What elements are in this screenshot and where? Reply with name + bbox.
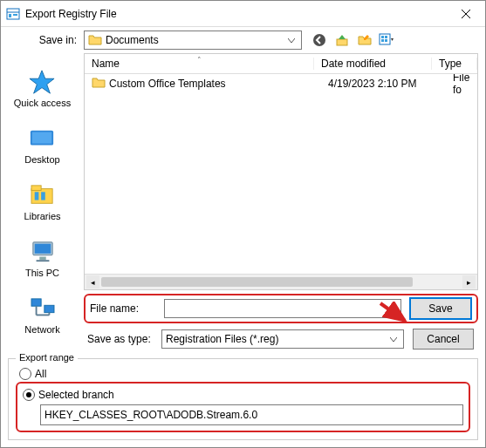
svg-rect-12 bbox=[385, 39, 387, 42]
save-as-type-dropdown[interactable]: Registration Files (*.reg) bbox=[161, 329, 404, 349]
svg-point-6 bbox=[313, 34, 325, 46]
svg-rect-21 bbox=[34, 244, 51, 254]
save-as-type-label: Save as type: bbox=[84, 333, 161, 345]
svg-rect-22 bbox=[39, 257, 45, 261]
libraries-icon bbox=[28, 182, 58, 208]
item-date: 4/19/2023 2:10 PM bbox=[321, 78, 446, 90]
chevron-down-icon bbox=[387, 337, 400, 342]
filename-label: File name: bbox=[86, 302, 164, 315]
svg-rect-3 bbox=[13, 14, 17, 16]
svg-rect-2 bbox=[9, 14, 11, 17]
place-desktop[interactable]: Desktop bbox=[21, 119, 63, 175]
horizontal-scrollbar[interactable]: ◂ ▸ bbox=[85, 274, 477, 289]
place-label: Libraries bbox=[24, 211, 60, 221]
sort-asc-icon: ˄ bbox=[197, 56, 202, 64]
svg-rect-11 bbox=[381, 39, 384, 42]
network-icon bbox=[28, 295, 58, 322]
save-in-label: Save in: bbox=[1, 34, 84, 46]
svg-rect-15 bbox=[32, 132, 52, 144]
place-label: Quick access bbox=[14, 98, 71, 108]
export-range-group: Export range All Selected branch HKEY_CL… bbox=[8, 358, 478, 440]
svg-rect-18 bbox=[34, 192, 38, 200]
export-range-legend: Export range bbox=[16, 352, 78, 363]
save-as-type-value: Registration Files (*.reg) bbox=[166, 333, 387, 345]
svg-rect-7 bbox=[337, 39, 347, 45]
filename-input[interactable] bbox=[164, 299, 401, 318]
col-label: Name bbox=[92, 58, 120, 70]
scrollbar-thumb[interactable] bbox=[101, 277, 413, 287]
desktop-icon bbox=[27, 126, 57, 152]
scroll-left-icon[interactable]: ◂ bbox=[86, 275, 99, 288]
filename-row: File name: Save bbox=[84, 294, 478, 323]
view-menu-icon[interactable] bbox=[379, 31, 396, 49]
back-icon[interactable] bbox=[311, 31, 328, 49]
item-type: File fo bbox=[446, 74, 477, 96]
radio-selected-label: Selected branch bbox=[38, 389, 114, 401]
place-quick-access[interactable]: Quick access bbox=[10, 62, 74, 119]
place-network[interactable]: Network bbox=[21, 288, 63, 345]
radio-selected-branch[interactable]: Selected branch bbox=[23, 389, 463, 401]
folder-icon bbox=[92, 76, 106, 92]
chevron-down-icon bbox=[385, 307, 397, 311]
close-button[interactable] bbox=[446, 1, 485, 27]
file-list[interactable]: Name ˄ Date modified Type Custom Office … bbox=[84, 53, 478, 290]
svg-rect-10 bbox=[385, 36, 387, 38]
titlebar: Export Registry File bbox=[1, 1, 485, 27]
column-name[interactable]: Name ˄ bbox=[85, 58, 314, 70]
dialog-window: Export Registry File Save in: Documents bbox=[0, 0, 486, 448]
chevron-down-icon bbox=[285, 38, 298, 43]
registry-icon bbox=[6, 7, 20, 21]
up-icon[interactable] bbox=[333, 31, 351, 49]
save-in-value: Documents bbox=[106, 34, 285, 46]
svg-rect-17 bbox=[31, 186, 41, 191]
svg-rect-24 bbox=[31, 299, 41, 306]
places-bar: Quick access Desktop Libraries This PC bbox=[1, 53, 84, 351]
radio-all-label: All bbox=[35, 368, 46, 380]
branch-input[interactable]: HKEY_CLASSES_ROOT\ADODB.Stream.6.0 bbox=[40, 404, 463, 425]
place-label: Desktop bbox=[24, 154, 59, 165]
toolbar: Save in: Documents bbox=[1, 27, 485, 53]
svg-rect-9 bbox=[381, 36, 384, 38]
scroll-right-icon[interactable]: ▸ bbox=[462, 275, 476, 288]
new-folder-icon[interactable] bbox=[356, 31, 373, 49]
folder-icon bbox=[88, 33, 102, 47]
quick-access-icon bbox=[27, 69, 57, 95]
radio-all[interactable]: All bbox=[19, 368, 470, 380]
column-date[interactable]: Date modified bbox=[314, 58, 432, 70]
place-label: Network bbox=[24, 324, 59, 335]
radio-icon bbox=[23, 389, 35, 401]
list-item[interactable]: Custom Office Templates 4/19/2023 2:10 P… bbox=[85, 74, 477, 93]
place-libraries[interactable]: Libraries bbox=[20, 175, 64, 232]
this-pc-icon bbox=[28, 239, 58, 265]
column-type[interactable]: Type bbox=[432, 58, 477, 70]
radio-icon bbox=[19, 368, 31, 380]
item-name: Custom Office Templates bbox=[109, 78, 226, 90]
place-this-pc[interactable]: This PC bbox=[22, 232, 63, 288]
save-as-type-row: Save as type: Registration Files (*.reg)… bbox=[84, 327, 478, 351]
svg-rect-19 bbox=[41, 192, 45, 200]
save-button[interactable]: Save bbox=[410, 298, 471, 319]
svg-marker-13 bbox=[30, 71, 54, 93]
column-headers: Name ˄ Date modified Type bbox=[85, 54, 477, 74]
save-in-dropdown[interactable]: Documents bbox=[84, 31, 302, 50]
branch-value: HKEY_CLASSES_ROOT\ADODB.Stream.6.0 bbox=[44, 409, 257, 421]
place-label: This PC bbox=[25, 268, 59, 278]
cancel-button[interactable]: Cancel bbox=[413, 329, 474, 350]
svg-rect-25 bbox=[44, 305, 53, 312]
window-title: Export Registry File bbox=[25, 8, 446, 20]
svg-rect-23 bbox=[36, 260, 49, 261]
